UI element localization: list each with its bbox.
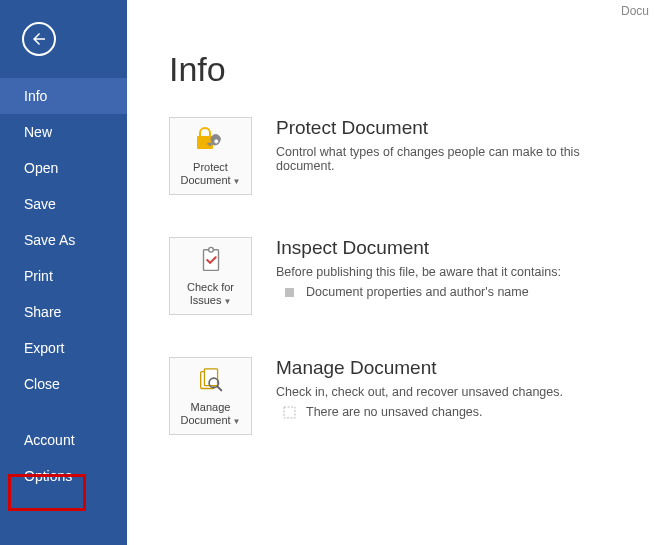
chevron-down-icon: ▼ <box>233 177 241 186</box>
manage-heading: Manage Document <box>276 357 635 379</box>
svg-rect-7 <box>284 407 295 418</box>
protect-card-label: Protect Document▼ <box>172 161 249 186</box>
sidebar-item-share[interactable]: Share <box>0 294 127 330</box>
svg-rect-4 <box>204 369 217 386</box>
svg-point-1 <box>208 248 213 253</box>
sidebar-item-new[interactable]: New <box>0 114 127 150</box>
sidebar-item-close[interactable]: Close <box>0 366 127 402</box>
svg-line-6 <box>217 387 221 391</box>
sidebar-item-save[interactable]: Save <box>0 186 127 222</box>
sidebar-item-save-as[interactable]: Save As <box>0 222 127 258</box>
back-arrow-icon <box>30 30 48 48</box>
inspect-bullet: Document properties and author's name <box>276 285 635 299</box>
documents-magnify-icon <box>195 365 227 397</box>
sidebar-item-account[interactable]: Account <box>0 422 127 458</box>
manage-desc: Check in, check out, and recover unsaved… <box>276 385 635 399</box>
sidebar-item-export[interactable]: Export <box>0 330 127 366</box>
section-manage: Manage Document▼ Manage Document Check i… <box>169 357 655 435</box>
protect-document-button[interactable]: Protect Document▼ <box>169 117 252 195</box>
inspect-desc: Before publishing this file, be aware th… <box>276 265 635 279</box>
sidebar-item-open[interactable]: Open <box>0 150 127 186</box>
backstage-sidebar: Info New Open Save Save As Print Share E… <box>0 0 127 545</box>
lock-key-icon <box>195 125 227 157</box>
inspect-heading: Inspect Document <box>276 237 635 259</box>
manage-document-button[interactable]: Manage Document▼ <box>169 357 252 435</box>
check-issues-button[interactable]: Check for Issues▼ <box>169 237 252 315</box>
sidebar-item-info[interactable]: Info <box>0 78 127 114</box>
svg-rect-2 <box>285 288 294 297</box>
page-title: Info <box>169 50 655 89</box>
back-button[interactable] <box>22 22 56 56</box>
section-protect: Protect Document▼ Protect Document Contr… <box>169 117 655 195</box>
chevron-down-icon: ▼ <box>223 297 231 306</box>
protect-desc: Control what types of changes people can… <box>276 145 635 173</box>
sidebar-nav: Info New Open Save Save As Print Share E… <box>0 78 127 494</box>
sidebar-item-options[interactable]: Options <box>0 458 127 494</box>
sidebar-item-print[interactable]: Print <box>0 258 127 294</box>
chevron-down-icon: ▼ <box>233 417 241 426</box>
main-panel: Info Protect Document▼ Protect Document … <box>127 0 655 545</box>
square-bullet-icon <box>282 285 296 299</box>
manage-bullet: There are no unsaved changes. <box>276 405 635 419</box>
protect-heading: Protect Document <box>276 117 635 139</box>
unsaved-icon <box>282 405 296 419</box>
check-card-label: Check for Issues▼ <box>172 281 249 306</box>
manage-card-label: Manage Document▼ <box>172 401 249 426</box>
section-inspect: Check for Issues▼ Inspect Document Befor… <box>169 237 655 315</box>
svg-rect-0 <box>203 250 218 271</box>
document-check-icon <box>195 245 227 277</box>
